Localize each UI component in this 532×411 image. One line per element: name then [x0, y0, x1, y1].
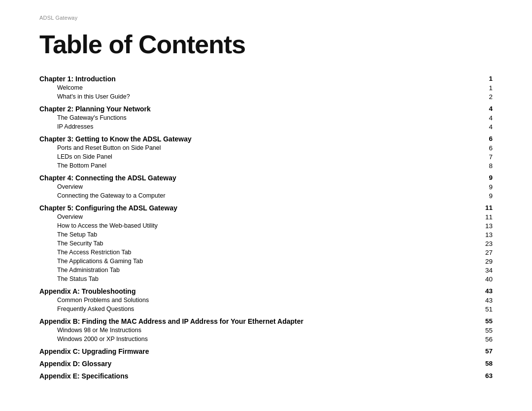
toc-entry-label: LEDs on Side Panel [39, 152, 478, 161]
toc-entry-page: 55 [478, 326, 493, 335]
toc-entry-page: 43 [478, 296, 493, 305]
toc-entry-label: Chapter 2: Planning Your Network [39, 104, 478, 113]
toc-entry-label: The Bottom Panel [39, 161, 478, 170]
toc-entry-page: 51 [478, 305, 493, 313]
toc-row: The Administration Tab 34 [39, 266, 493, 274]
toc-entry-page: 1 [478, 74, 493, 83]
toc-row: The Applications & Gaming Tab 29 [39, 257, 493, 266]
toc-entry-label: The Administration Tab [39, 266, 478, 274]
toc-entry-label: How to Access the Web-based Utility [39, 221, 478, 230]
toc-entry-page: 8 [478, 161, 493, 170]
toc-row: Chapter 5: Configuring the ADSL Gateway … [39, 203, 493, 212]
toc-row: The Bottom Panel 8 [39, 161, 493, 170]
toc-row: LEDs on Side Panel 7 [39, 152, 493, 161]
toc-row: Appendix B: Finding the MAC Address and … [39, 316, 493, 326]
toc-entry-page: 4 [478, 122, 493, 131]
document-label: ADSL Gateway [39, 15, 493, 21]
toc-row: The Setup Tab 13 [39, 230, 493, 239]
toc-entry-label: Chapter 1: Introduction [39, 74, 478, 83]
toc-entry-page: 13 [478, 230, 493, 239]
toc-entry-page: 63 [478, 371, 493, 380]
toc-row: Appendix E: Specifications 63 [39, 371, 493, 380]
toc-entry-label: Connecting the Gateway to a Computer [39, 191, 478, 200]
toc-entry-label: The Access Restriction Tab [39, 248, 478, 257]
toc-entry-page: 7 [478, 152, 493, 161]
toc-entry-page: 1 [478, 83, 493, 92]
toc-row: Appendix C: Upgrading Firmware 57 [39, 346, 493, 356]
toc-row: Welcome 1 [39, 83, 493, 92]
toc-entry-label: The Applications & Gaming Tab [39, 257, 478, 266]
toc-row: Appendix D: Glossary 58 [39, 359, 493, 368]
toc-entry-label: Windows 98 or Me Instructions [39, 326, 478, 335]
toc-row: The Security Tab 23 [39, 239, 493, 248]
toc-row: Windows 2000 or XP Instructions 56 [39, 335, 493, 343]
toc-entry-label: Common Problems and Solutions [39, 296, 478, 305]
toc-table: Chapter 1: Introduction 1 Welcome 1 What… [39, 74, 493, 380]
toc-row: Overview 11 [39, 212, 493, 221]
toc-entry-page: 9 [478, 173, 493, 182]
toc-entry-page: 9 [478, 191, 493, 200]
toc-row: Windows 98 or Me Instructions 55 [39, 326, 493, 335]
toc-row: The Gateway's Functions 4 [39, 113, 493, 122]
toc-row: Appendix A: Troubleshooting 43 [39, 286, 493, 296]
toc-entry-label: The Gateway's Functions [39, 113, 478, 122]
toc-entry-page: 27 [478, 248, 493, 257]
toc-entry-label: Overview [39, 182, 478, 191]
toc-entry-label: IP Addresses [39, 122, 478, 131]
toc-row: The Status Tab 40 [39, 274, 493, 283]
toc-entry-label: The Setup Tab [39, 230, 478, 239]
toc-entry-label: Chapter 4: Connecting the ADSL Gateway [39, 173, 478, 182]
toc-entry-page: 34 [478, 266, 493, 274]
toc-entry-page: 56 [478, 335, 493, 343]
toc-entry-label: Chapter 3: Getting to Know the ADSL Gate… [39, 134, 478, 143]
page-title: Table of Contents [39, 30, 493, 59]
toc-row: Chapter 3: Getting to Know the ADSL Gate… [39, 134, 493, 143]
toc-entry-page: 23 [478, 239, 493, 248]
toc-entry-page: 13 [478, 221, 493, 230]
toc-entry-label: Windows 2000 or XP Instructions [39, 335, 478, 343]
toc-entry-page: 57 [478, 346, 493, 356]
toc-entry-page: 4 [478, 113, 493, 122]
toc-row: Frequently Asked Questions 51 [39, 305, 493, 313]
toc-entry-page: 11 [478, 212, 493, 221]
toc-entry-label: Appendix B: Finding the MAC Address and … [39, 316, 478, 326]
toc-entry-page: 4 [478, 104, 493, 113]
toc-entry-page: 40 [478, 274, 493, 283]
toc-entry-label: What's in this User Guide? [39, 92, 478, 101]
toc-entry-page: 58 [478, 359, 493, 368]
toc-entry-label: Welcome [39, 83, 478, 92]
toc-entry-label: Frequently Asked Questions [39, 305, 478, 313]
toc-row: Overview 9 [39, 182, 493, 191]
toc-row: Chapter 4: Connecting the ADSL Gateway 9 [39, 173, 493, 182]
toc-row: Chapter 1: Introduction 1 [39, 74, 493, 83]
toc-entry-page: 43 [478, 286, 493, 296]
toc-row: Chapter 2: Planning Your Network 4 [39, 104, 493, 113]
toc-entry-label: Overview [39, 212, 478, 221]
toc-entry-page: 6 [478, 134, 493, 143]
toc-entry-page: 55 [478, 316, 493, 326]
toc-row: Ports and Reset Button on Side Panel 6 [39, 143, 493, 152]
toc-entry-label: Appendix D: Glossary [39, 359, 478, 368]
toc-row: Common Problems and Solutions 43 [39, 296, 493, 305]
toc-row: How to Access the Web-based Utility 13 [39, 221, 493, 230]
toc-entry-label: The Status Tab [39, 274, 478, 283]
toc-entry-page: 9 [478, 182, 493, 191]
toc-entry-page: 6 [478, 143, 493, 152]
toc-entry-label: Appendix C: Upgrading Firmware [39, 346, 478, 356]
toc-entry-page: 11 [478, 203, 493, 212]
toc-entry-page: 29 [478, 257, 493, 266]
toc-row: Connecting the Gateway to a Computer 9 [39, 191, 493, 200]
toc-row: What's in this User Guide? 2 [39, 92, 493, 101]
toc-entry-label: Appendix E: Specifications [39, 371, 478, 380]
toc-entry-label: Ports and Reset Button on Side Panel [39, 143, 478, 152]
toc-entry-label: Appendix A: Troubleshooting [39, 286, 478, 296]
toc-entry-page: 2 [478, 92, 493, 101]
toc-row: IP Addresses 4 [39, 122, 493, 131]
toc-entry-label: Chapter 5: Configuring the ADSL Gateway [39, 203, 478, 212]
toc-entry-label: The Security Tab [39, 239, 478, 248]
toc-row: The Access Restriction Tab 27 [39, 248, 493, 257]
